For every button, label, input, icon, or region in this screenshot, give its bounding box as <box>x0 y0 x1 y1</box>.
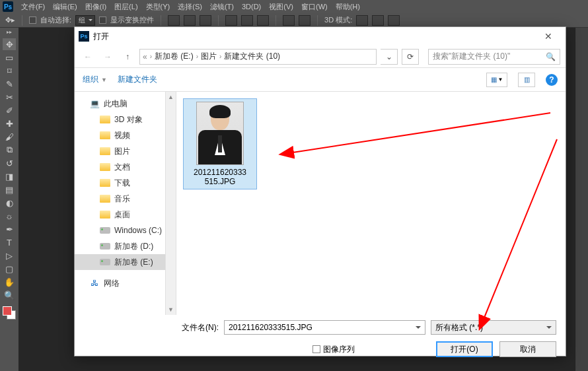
nav-forward-icon: → <box>100 49 116 65</box>
align-btn-1[interactable] <box>168 15 180 26</box>
view-mode-button[interactable]: ▦▼ <box>486 73 507 87</box>
open-file-dialog: Ps 打开 ✕ ← → ↑ « › 新加卷 (E:) › 图片 › 新建文件夹 … <box>74 26 566 356</box>
scroll-up-icon[interactable]: ▲ <box>166 92 176 102</box>
organize-dropdown[interactable]: 组织▼ <box>83 74 107 85</box>
tree-pictures[interactable]: 图片 <box>75 143 176 159</box>
breadcrumb-seg-2[interactable]: 图片 <box>201 51 217 62</box>
file-item-selected[interactable]: 201211620333 515.JPG <box>183 98 257 189</box>
new-folder-button[interactable]: 新建文件夹 <box>118 74 157 85</box>
breadcrumb[interactable]: « › 新加卷 (E:) › 图片 › 新建文件夹 (10) <box>139 49 377 65</box>
dist-btn-2[interactable] <box>299 15 311 26</box>
blur-tool[interactable]: ◐ <box>3 197 16 209</box>
type-tool[interactable]: T <box>3 236 16 248</box>
disk-icon <box>100 243 110 250</box>
align-btn-6[interactable] <box>257 15 269 26</box>
menu-window[interactable]: 窗口(W) <box>297 2 332 12</box>
brush-tool[interactable]: 🖌 <box>3 131 16 143</box>
layer-group-dropdown[interactable]: 组 <box>75 15 95 26</box>
tree-this-pc[interactable]: 💻此电脑 <box>75 96 176 112</box>
fg-color-icon[interactable] <box>3 306 12 316</box>
shape-tool[interactable]: ▢ <box>3 263 16 275</box>
heal-tool[interactable]: ✚ <box>3 118 16 129</box>
tree-network[interactable]: 🖧网络 <box>75 275 176 291</box>
refresh-icon[interactable]: ⟳ <box>402 49 419 65</box>
folder-tree: 💻此电脑 3D 对象 视频 图片 文档 下载 音乐 桌面 Windows (C:… <box>75 92 176 315</box>
help-icon[interactable]: ? <box>546 74 558 86</box>
scroll-down-icon[interactable]: ▼ <box>166 304 176 315</box>
marquee-tool[interactable]: ▭ <box>3 51 16 63</box>
ps-toolbox: ▸▸ ✥ ▭ ⌑ ✎ ✂ ✐ ✚ 🖌 ⧉ ↺ ◨ ▤ ◐ ☼ ✒ T ▷ ▢ ✋… <box>0 28 18 371</box>
tree-3d-objects[interactable]: 3D 对象 <box>75 112 176 127</box>
show-transform-checkbox[interactable] <box>99 17 106 24</box>
tree-music[interactable]: 音乐 <box>75 191 176 207</box>
menu-view[interactable]: 视图(V) <box>265 2 297 12</box>
dialog-nav-bar: ← → ↑ « › 新加卷 (E:) › 图片 › 新建文件夹 (10) ⌄ ⟳… <box>75 46 566 68</box>
crop-tool[interactable]: ✂ <box>3 91 16 103</box>
eyedropper-tool[interactable]: ✐ <box>3 104 16 116</box>
menu-layer[interactable]: 图层(L) <box>110 2 141 12</box>
move-tool[interactable]: ✥ <box>3 38 16 50</box>
align-btn-5[interactable] <box>241 15 253 26</box>
tree-videos[interactable]: 视频 <box>75 127 176 143</box>
mode3d-btn-1[interactable] <box>356 15 368 26</box>
disk-icon <box>100 227 110 234</box>
open-button[interactable]: 打开(O) <box>436 341 493 357</box>
align-btn-4[interactable] <box>225 15 237 26</box>
align-btn-3[interactable] <box>200 15 211 26</box>
nav-back-icon[interactable]: ← <box>80 49 96 65</box>
mode3d-label: 3D 模式: <box>324 15 352 25</box>
dialog-ps-icon: Ps <box>79 31 89 42</box>
image-sequence-checkbox[interactable]: 图像序列 <box>312 344 355 355</box>
mode3d-btn-3[interactable] <box>388 15 400 26</box>
menu-type[interactable]: 类型(Y) <box>142 2 174 12</box>
color-swatch[interactable] <box>3 306 16 320</box>
dist-btn-1[interactable] <box>283 15 295 26</box>
mode3d-btn-2[interactable] <box>372 15 384 26</box>
nav-up-icon[interactable]: ↑ <box>120 49 135 65</box>
align-btn-2[interactable] <box>184 15 196 26</box>
toolbox-collapse-icon[interactable]: ▸▸ <box>7 30 12 34</box>
menu-edit[interactable]: 编辑(E) <box>49 2 81 12</box>
quick-select-tool[interactable]: ✎ <box>3 78 16 90</box>
tree-documents[interactable]: 文档 <box>75 159 176 175</box>
folder-icon <box>100 179 110 187</box>
ps-options-bar: ✥▸ 自动选择: 组 显示变换控件 3D 模式: <box>0 13 588 28</box>
tree-downloads[interactable]: 下载 <box>75 175 176 191</box>
lasso-tool[interactable]: ⌑ <box>3 65 16 77</box>
cancel-button[interactable]: 取消 <box>499 341 556 357</box>
stamp-tool[interactable]: ⧉ <box>3 144 16 156</box>
tree-drive-c[interactable]: Windows (C:) <box>75 222 176 238</box>
zoom-tool[interactable]: 🔍 <box>3 289 16 301</box>
file-filter-dropdown[interactable]: 所有格式 (*.*) <box>431 320 556 335</box>
menu-help[interactable]: 帮助(H) <box>332 2 364 12</box>
gradient-tool[interactable]: ▤ <box>3 184 16 195</box>
tree-drive-d[interactable]: 新加卷 (D:) <box>75 238 176 254</box>
tree-drive-e[interactable]: 新加卷 (E:) <box>75 254 176 270</box>
pen-tool[interactable]: ✒ <box>3 223 16 235</box>
eraser-tool[interactable]: ◨ <box>3 170 16 182</box>
breadcrumb-seg-3[interactable]: 新建文件夹 (10) <box>224 51 280 62</box>
menu-filter[interactable]: 滤镜(T) <box>206 2 238 12</box>
menu-file[interactable]: 文件(F) <box>17 2 49 12</box>
dodge-tool[interactable]: ☼ <box>3 210 16 222</box>
menu-image[interactable]: 图像(I) <box>81 2 110 12</box>
file-name-line2: 515.JPG <box>186 177 254 186</box>
breadcrumb-seg-1[interactable]: 新加卷 (E:) <box>155 51 194 62</box>
menu-3d[interactable]: 3D(D) <box>238 3 265 11</box>
filename-input[interactable]: 201211620333515.JPG <box>224 320 425 335</box>
tree-scrollbar[interactable]: ▲ ▼ <box>165 92 176 315</box>
auto-select-checkbox[interactable] <box>29 17 36 24</box>
menu-select[interactable]: 选择(S) <box>174 2 206 12</box>
search-input[interactable]: 搜索"新建文件夹 (10)" 🔍 <box>428 49 560 65</box>
history-brush-tool[interactable]: ↺ <box>3 157 16 169</box>
preview-pane-button[interactable]: ▥ <box>518 73 535 87</box>
file-thumbnail <box>196 102 244 165</box>
tree-desktop[interactable]: 桌面 <box>75 207 176 222</box>
path-tool[interactable]: ▷ <box>3 250 16 261</box>
file-list-area[interactable]: 201211620333 515.JPG <box>176 92 566 315</box>
hand-tool[interactable]: ✋ <box>3 276 16 288</box>
close-icon[interactable]: ✕ <box>535 27 562 46</box>
nav-dropdown-icon[interactable]: ⌄ <box>381 49 398 65</box>
disk-icon <box>100 259 110 265</box>
folder-icon <box>100 163 110 171</box>
